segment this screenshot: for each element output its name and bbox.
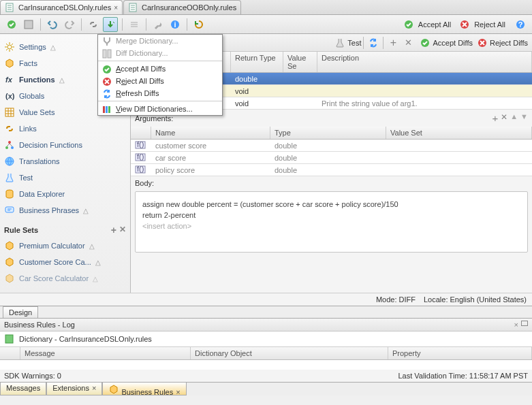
reject-all-button[interactable]: Reject All — [474, 20, 505, 29]
down-icon[interactable]: ▼ — [520, 112, 528, 124]
menu-refresh[interactable]: Refresh Diffs — [98, 87, 222, 99]
status-bar: Mode: DIFF Locale: English (United State… — [0, 293, 532, 306]
log-subheader: Dictionary - CarInsuranceDSLOnly.rules — [0, 331, 532, 347]
col-message[interactable]: Message — [20, 347, 191, 359]
help-icon[interactable]: ? — [513, 17, 528, 32]
sync-icon[interactable] — [366, 35, 381, 50]
accept-icon — [101, 64, 112, 75]
sidebar-item-decision[interactable]: Decision Functions — [3, 137, 127, 152]
refresh-icon[interactable] — [191, 17, 206, 32]
svg-text:f(): f() — [137, 165, 144, 173]
tab-extensions[interactable]: Extensions× — [46, 383, 102, 395]
menu-view-dicts[interactable]: View Diff Dictionaries... — [98, 103, 222, 115]
svg-point-10 — [7, 45, 12, 49]
svg-text:i: i — [174, 20, 176, 29]
validate-icon[interactable] — [4, 17, 19, 32]
svg-rect-32 — [108, 50, 111, 58]
close-icon[interactable]: × — [176, 388, 180, 396]
sidebar-item-translations[interactable]: Translations — [3, 154, 127, 169]
delta-icon: △ — [59, 76, 65, 84]
info-icon[interactable]: i — [168, 17, 183, 32]
table-row[interactable]: f()policy scoredouble — [131, 164, 532, 176]
wrench-icon[interactable] — [151, 17, 166, 32]
ruleset-item[interactable]: Premium Calculator△ — [3, 238, 127, 253]
tab-messages[interactable]: Messages — [0, 383, 46, 395]
menu-separator — [98, 61, 222, 61]
insert-placeholder[interactable]: <insert action> — [142, 222, 520, 230]
svg-point-14 — [8, 141, 11, 144]
delete-icon[interactable]: ✕ — [501, 112, 507, 124]
col-property[interactable]: Property — [388, 347, 532, 359]
up-icon[interactable]: ▲ — [510, 112, 518, 124]
link-icon[interactable] — [86, 17, 101, 32]
toolbar: i Accept All Reject All ? — [0, 15, 532, 34]
file-tab-inactive[interactable]: CarInsuranceOOBOnly.rules — [123, 0, 241, 14]
diff-dropdown-menu: Merge Dictionary... Diff Dictionary... A… — [97, 34, 223, 116]
minimize-icon[interactable] — [521, 321, 528, 326]
separator — [363, 37, 364, 49]
redo-icon[interactable] — [62, 17, 77, 32]
main-area: Settings△ Facts fxFunctions△ (x)Globals … — [0, 34, 532, 293]
delete-icon[interactable]: ✕ — [401, 35, 416, 50]
sidebar-item-test[interactable]: Test — [3, 170, 127, 185]
close-icon[interactable]: × — [92, 384, 96, 392]
svg-text:fx: fx — [5, 76, 13, 84]
menu-reject-all[interactable]: Reject All Diffs — [98, 75, 222, 87]
save-icon[interactable] — [21, 17, 36, 32]
svg-rect-36 — [106, 106, 108, 113]
col-valueset[interactable]: Value Set — [386, 127, 532, 139]
separator — [383, 37, 384, 49]
menu-accept-all[interactable]: Accept All Diffs — [98, 63, 222, 75]
log-panel: Business Rules - Log × Dictionary - CarI… — [0, 318, 532, 382]
menu-separator — [98, 101, 222, 101]
accept-all-button[interactable]: Accept All — [418, 20, 451, 29]
ruleset-item[interactable]: Car Score Calculator△ — [3, 271, 127, 286]
close-icon[interactable]: × — [114, 4, 118, 12]
design-tab[interactable]: Design — [3, 306, 38, 318]
diff-dropdown-button[interactable] — [103, 17, 118, 32]
col-type[interactable]: Type — [270, 127, 386, 139]
col-return[interactable]: Return Type — [231, 52, 283, 72]
test-button[interactable]: Test — [334, 37, 361, 48]
svg-rect-13 — [5, 108, 14, 116]
col-object[interactable]: Dictionary Object — [191, 347, 388, 359]
sidebar-item-phrases[interactable]: Business Phrases△ — [3, 203, 127, 218]
branch-icon — [4, 140, 15, 150]
accept-diffs-button[interactable]: Accept Diffs — [420, 37, 473, 48]
close-icon[interactable]: × — [514, 321, 518, 329]
nav-icon[interactable] — [127, 17, 142, 32]
col-name[interactable]: Name — [151, 127, 270, 139]
add-icon[interactable]: + — [492, 112, 498, 124]
reject-diffs-button[interactable]: Reject Diffs — [477, 37, 528, 48]
delta-icon: △ — [50, 44, 56, 51]
add-icon[interactable]: + — [386, 35, 401, 50]
table-row[interactable]: f()customer scoredouble — [131, 140, 532, 152]
ruleset-item[interactable]: Customer Score Ca...△ — [3, 255, 127, 270]
sidebar-item-data[interactable]: Data Explorer — [3, 187, 127, 201]
table-row[interactable]: f()car scoredouble — [131, 152, 532, 164]
file-tab-active[interactable]: CarInsuranceDSLOnly.rules × — [0, 0, 123, 14]
separator — [122, 18, 123, 31]
dictionary-icon — [4, 334, 15, 344]
refresh-icon — [101, 88, 112, 99]
log-header: Business Rules - Log × — [0, 319, 532, 331]
menu-diff: Diff Dictionary... — [98, 47, 222, 59]
body-label: Body: — [131, 176, 532, 190]
delete-icon[interactable]: ✕ — [119, 225, 126, 236]
log-table-header: Message Dictionary Object Property — [0, 347, 532, 360]
bottom-tab-bar: Messages Extensions× Business Rules× — [0, 382, 532, 395]
flask-icon — [4, 172, 15, 183]
undo-icon[interactable] — [45, 17, 60, 32]
sidebar-item-links[interactable]: Links — [3, 121, 127, 136]
svg-rect-31 — [103, 50, 106, 58]
rules-icon — [108, 384, 119, 395]
add-icon[interactable]: + — [111, 225, 116, 236]
tab-business-rules[interactable]: Business Rules× — [102, 383, 186, 395]
col-valueset[interactable]: Value Se — [283, 52, 317, 72]
diff-icon — [101, 48, 112, 59]
log-footer: SDK Warnings: 0 Last Validation Time: 11… — [0, 370, 532, 382]
body-editor[interactable]: assign new double percent = (customer sc… — [135, 191, 528, 253]
accept-all-icon — [401, 17, 416, 32]
svg-text:f(): f() — [137, 152, 144, 161]
col-desc[interactable]: Description — [317, 52, 532, 72]
